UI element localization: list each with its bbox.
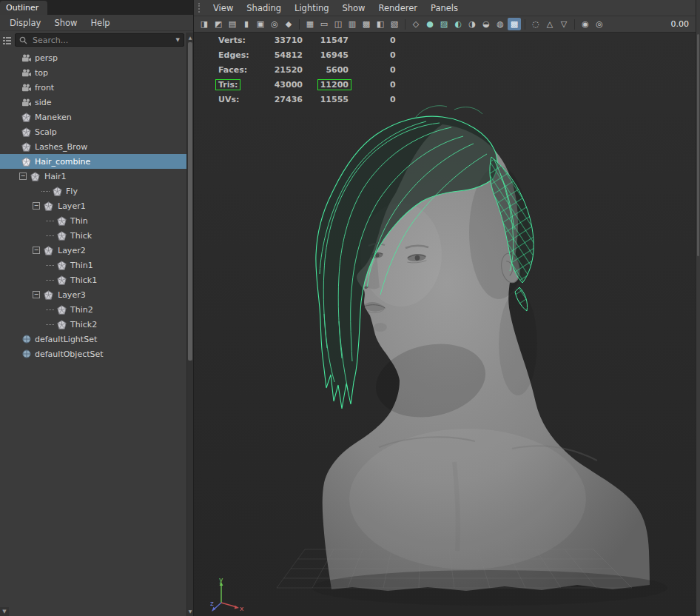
collapse-toggle-icon[interactable]: − xyxy=(33,247,40,254)
menu-grip-handle[interactable] xyxy=(198,3,201,13)
item-label: Fly xyxy=(65,187,78,196)
safe-title-icon[interactable]: ▧ xyxy=(388,18,401,30)
toolbar-separator xyxy=(405,19,405,30)
outliner-scrollbar[interactable]: ▲ ▼ xyxy=(186,33,193,616)
grease-pencil-icon[interactable]: ◆ xyxy=(282,18,295,30)
outliner-item-default-object-set[interactable]: defaultObjectSet xyxy=(0,346,193,361)
gate-mask-icon[interactable]: ▥ xyxy=(346,18,359,30)
chevron-down-icon[interactable]: ▼ xyxy=(176,38,180,43)
lock-camera-icon[interactable]: ◩ xyxy=(212,18,225,30)
smooth-shaded-icon[interactable]: ● xyxy=(423,18,437,30)
outliner-item-hair-combine[interactable]: Hair_combine xyxy=(0,154,193,169)
outliner-item-default-light-set[interactable]: defaultLightSet xyxy=(0,332,193,346)
menu-show[interactable]: Show xyxy=(336,3,372,13)
hud-other: 0 xyxy=(349,78,400,93)
scroll-down-icon[interactable]: ▼ xyxy=(187,607,193,615)
item-label: Thick1 xyxy=(70,275,97,285)
joints-xray-icon[interactable]: ▽ xyxy=(557,18,571,30)
resolution-gate-icon[interactable]: ◫ xyxy=(332,18,345,30)
menu-help[interactable]: Help xyxy=(84,16,116,30)
menu-shading[interactable]: Shading xyxy=(240,3,288,13)
item-label: defaultLightSet xyxy=(34,335,97,344)
outliner-item-scalp[interactable]: Scalp xyxy=(0,124,193,139)
search-box[interactable]: ▼ xyxy=(15,33,184,47)
hud-other: 0 xyxy=(349,48,400,63)
item-label: Scalp xyxy=(34,127,57,137)
mesh-icon xyxy=(56,275,67,285)
outliner-item-thin2[interactable]: Thin2 xyxy=(0,302,193,317)
outliner-item-layer3[interactable]: − Layer3 xyxy=(0,287,193,302)
hud-total: 21520 xyxy=(258,63,303,78)
collapse-toggle-icon[interactable]: − xyxy=(19,173,27,180)
outliner-item-hair1[interactable]: − Hair1 xyxy=(0,169,193,184)
camera-attributes-icon[interactable]: ▤ xyxy=(226,18,239,30)
multisample-aa-icon[interactable]: ▩ xyxy=(508,18,521,30)
outliner-item-layer1[interactable]: − Layer1 xyxy=(0,198,193,213)
camera-icon xyxy=(21,68,32,78)
select-camera-icon[interactable]: ◨ xyxy=(198,18,211,30)
gamma-icon[interactable]: ◎ xyxy=(593,18,606,30)
film-gate-icon[interactable]: ▭ xyxy=(317,18,331,30)
menu-renderer[interactable]: Renderer xyxy=(372,3,425,13)
menu-panels[interactable]: Panels xyxy=(424,3,465,13)
3d-viewport[interactable]: Verts: 33710 11547 0 Edges: 54812 16945 … xyxy=(194,33,700,616)
collapse-toggle-icon[interactable]: − xyxy=(33,202,40,210)
outliner-item-top[interactable]: top xyxy=(0,65,193,80)
scroll-up-icon[interactable]: ▲ xyxy=(187,33,193,41)
field-chart-icon[interactable]: ▩ xyxy=(360,18,373,30)
highlight-box: 11200 xyxy=(317,79,351,90)
scrollbar-thumb[interactable] xyxy=(697,34,699,256)
bookmark-icon[interactable]: ▮ xyxy=(240,18,253,30)
menu-lighting[interactable]: Lighting xyxy=(288,3,335,13)
outliner-item-lashes-brow[interactable]: Lashes_Brow xyxy=(0,139,193,154)
item-label: Layer3 xyxy=(57,290,86,300)
outliner-item-thick2[interactable]: Thick2 xyxy=(0,317,193,332)
image-plane-icon[interactable]: ▣ xyxy=(254,18,267,30)
exposure-value[interactable]: 0.00 xyxy=(671,19,697,29)
outliner-item-persp[interactable]: persp xyxy=(0,50,193,65)
isolate-select-icon[interactable]: ◌ xyxy=(529,18,542,30)
outliner-tab[interactable]: Outliner xyxy=(0,1,47,15)
outliner-item-layer2[interactable]: − Layer2 xyxy=(0,243,193,258)
outliner-item-front[interactable]: front xyxy=(0,80,193,95)
hud-total: 33710 xyxy=(258,33,303,48)
pan-zoom-icon[interactable]: ◎ xyxy=(268,18,281,30)
item-label: Hair_combine xyxy=(34,157,90,167)
viewport-scrollbar[interactable] xyxy=(696,0,700,616)
tree-connector xyxy=(46,324,54,325)
hud-selected-tris-highlighted: 11200 xyxy=(303,78,349,93)
axis-y-label: y xyxy=(219,576,223,583)
xray-icon[interactable]: △ xyxy=(543,18,556,30)
textured-icon[interactable]: ▨ xyxy=(437,18,451,30)
collapse-toggle-icon[interactable]: − xyxy=(33,291,40,298)
outliner-item-thin1[interactable]: Thin1 xyxy=(0,258,193,272)
outliner-item-thick1[interactable]: Thick1 xyxy=(0,272,193,287)
all-lights-icon[interactable]: ◐ xyxy=(451,18,465,30)
scrollbar-thumb[interactable] xyxy=(188,42,192,361)
scene-render xyxy=(194,33,696,616)
shadows-icon[interactable]: ◑ xyxy=(465,18,479,30)
outliner-item-side[interactable]: side xyxy=(0,95,193,110)
search-input[interactable] xyxy=(31,35,172,46)
outliner-menubar: Display Show Help xyxy=(0,15,193,31)
toolbar-separator xyxy=(574,19,575,30)
item-label: side xyxy=(34,98,52,107)
mesh-icon xyxy=(56,305,67,315)
outliner-item-maneken[interactable]: Maneken xyxy=(0,110,193,124)
outliner-hscroll-arrow[interactable]: ▼ xyxy=(0,607,9,616)
wireframe-icon[interactable]: ◇ xyxy=(409,18,423,30)
menu-display[interactable]: Display xyxy=(3,16,47,30)
exposure-icon[interactable]: ◉ xyxy=(579,18,592,30)
outliner-item-fly[interactable]: Fly xyxy=(0,184,193,198)
item-label: Thin1 xyxy=(70,261,93,270)
outliner-item-thin[interactable]: Thin xyxy=(0,213,193,228)
safe-action-icon[interactable]: ◧ xyxy=(374,18,387,30)
camera-icon xyxy=(21,53,32,63)
outliner-item-thick[interactable]: Thick xyxy=(0,228,193,243)
list-mode-icon[interactable] xyxy=(2,36,12,45)
motion-blur-icon[interactable]: ◍ xyxy=(494,18,507,30)
grid-icon[interactable]: ▦ xyxy=(303,18,317,30)
menu-show[interactable]: Show xyxy=(47,16,84,30)
menu-view[interactable]: View xyxy=(206,3,240,13)
screen-ao-icon[interactable]: ◒ xyxy=(479,18,493,30)
